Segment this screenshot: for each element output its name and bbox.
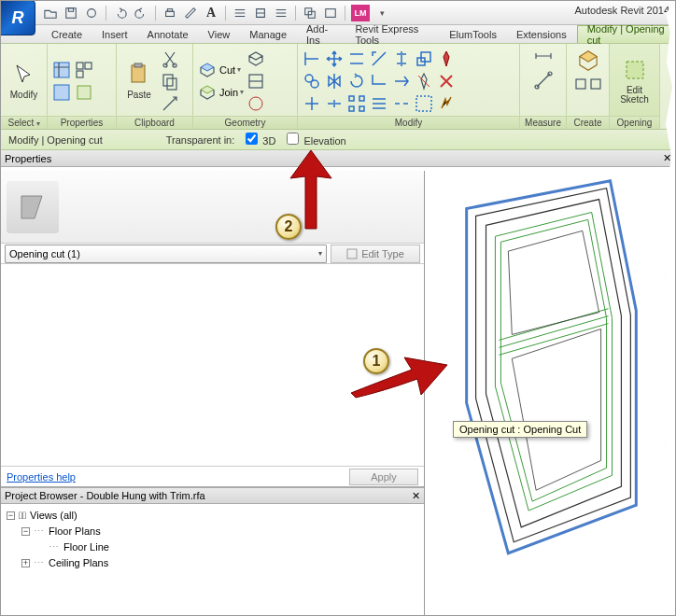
section-icon[interactable]: [252, 5, 269, 21]
3d-viewport[interactable]: Opening cut : Opening Cut: [425, 171, 675, 615]
svg-rect-3: [166, 11, 175, 16]
type-selector[interactable]: Opening cut (1): [5, 245, 327, 263]
paste-button[interactable]: Paste: [120, 60, 158, 102]
qat-dropdown-icon[interactable]: ▾: [373, 5, 390, 21]
tab-annotate[interactable]: Annotate: [138, 25, 199, 43]
svg-rect-30: [416, 96, 431, 111]
svg-rect-0: [66, 7, 77, 18]
project-browser-close-icon[interactable]: ✕: [412, 490, 420, 502]
redo-icon[interactable]: [133, 5, 149, 21]
group-icon[interactable]: [414, 93, 434, 114]
measure-icon[interactable]: [182, 5, 199, 21]
panel-select[interactable]: Select: [1, 116, 47, 129]
create-group-icon[interactable]: [589, 77, 602, 91]
svg-point-2: [88, 8, 96, 17]
void-cut-icon[interactable]: [246, 49, 266, 69]
checkbox-3d[interactable]: 3D: [242, 133, 275, 147]
apply-button[interactable]: Apply: [349, 469, 418, 485]
transparent-in-label: Transparent in:: [166, 134, 235, 146]
type-properties-button[interactable]: [51, 82, 72, 103]
open-icon[interactable]: [42, 5, 59, 21]
copy-clipboard-icon[interactable]: [160, 71, 180, 91]
edit-sketch-button[interactable]: Edit Sketch: [616, 55, 654, 106]
split-icon[interactable]: [324, 93, 345, 114]
copy-icon[interactable]: [302, 71, 322, 91]
svg-rect-12: [77, 71, 83, 77]
align-icon[interactable]: [302, 49, 322, 69]
panel-create: Create: [567, 116, 609, 129]
tab-manage[interactable]: Manage: [240, 25, 297, 43]
thinlines-icon[interactable]: [273, 5, 289, 21]
svg-rect-27: [359, 106, 364, 111]
panel-measure: Measure: [520, 116, 566, 129]
cut-geometry-button[interactable]: Cut▾: [197, 60, 244, 80]
tab-create[interactable]: Create: [42, 25, 92, 43]
properties-close-icon[interactable]: ✕: [663, 152, 671, 164]
trim-extend-icon[interactable]: [302, 93, 322, 114]
trim-corner-icon[interactable]: [369, 71, 389, 91]
svg-rect-18: [163, 75, 173, 86]
create-similar-icon[interactable]: [573, 46, 603, 76]
tab-elumtools[interactable]: ElumTools: [440, 25, 507, 43]
mirror-draw-icon[interactable]: [391, 49, 412, 69]
pin-icon[interactable]: [436, 49, 457, 69]
tab-revit-express[interactable]: Revit Express Tools: [345, 25, 440, 43]
modify-tool[interactable]: Modify: [6, 60, 43, 102]
edit-type-button[interactable]: Edit Type: [331, 245, 420, 263]
panel-properties: Properties: [48, 116, 116, 129]
level-icon[interactable]: [232, 5, 248, 21]
switch-windows-icon[interactable]: [322, 5, 339, 21]
print-icon[interactable]: [162, 5, 178, 21]
tab-insert[interactable]: Insert: [92, 25, 138, 43]
svg-rect-33: [576, 79, 585, 89]
tab-modify-opening-cut[interactable]: Modify | Opening cut: [577, 25, 675, 43]
svg-rect-15: [134, 63, 142, 67]
svg-point-23: [311, 80, 318, 88]
array-icon[interactable]: [346, 93, 367, 114]
svg-rect-14: [132, 65, 145, 82]
app-menu-button[interactable]: R: [0, 0, 35, 35]
save-icon[interactable]: [63, 5, 79, 21]
extend-multiple-icon[interactable]: [369, 93, 389, 114]
unpin-icon[interactable]: [414, 71, 434, 91]
svg-point-21: [249, 97, 262, 110]
trim-single-icon[interactable]: [391, 71, 412, 91]
family-types-button[interactable]: [74, 60, 94, 80]
lm-icon[interactable]: LM: [351, 5, 370, 21]
mirror-pick-icon[interactable]: [369, 49, 389, 69]
panel-clipboard: Clipboard: [117, 116, 192, 129]
close-views-icon[interactable]: [302, 5, 318, 21]
checkbox-elevation[interactable]: Elevation: [283, 133, 345, 147]
properties-button[interactable]: [51, 60, 72, 80]
family-category-button[interactable]: [74, 82, 94, 103]
scale-icon[interactable]: [414, 49, 434, 69]
aligned-dimension-icon[interactable]: [533, 46, 554, 66]
split-face-icon[interactable]: [246, 71, 266, 91]
join-geometry-button[interactable]: Join▾: [197, 82, 244, 103]
svg-rect-29: [421, 52, 430, 62]
callout-2: 2: [275, 214, 302, 240]
offset-icon[interactable]: [346, 49, 367, 69]
demolish-icon[interactable]: [436, 93, 457, 114]
rotate-icon[interactable]: [346, 71, 367, 91]
mirror-axis-icon[interactable]: [324, 71, 345, 91]
svg-rect-34: [591, 79, 600, 89]
load-family-icon[interactable]: [574, 77, 587, 91]
properties-help-link[interactable]: Properties help: [7, 471, 76, 483]
split-gap-icon[interactable]: [391, 93, 412, 114]
project-browser-tree[interactable]: −�⃝Views (all) −⋯Floor Plans ⋯Floor Line…: [1, 504, 424, 615]
panel-modify: Modify: [298, 116, 519, 129]
tab-extensions[interactable]: Extensions: [507, 25, 577, 43]
text-icon[interactable]: A: [203, 5, 219, 21]
measure-between-icon[interactable]: [533, 70, 554, 91]
sync-icon[interactable]: [83, 5, 100, 21]
svg-rect-1: [68, 7, 73, 11]
tab-addins[interactable]: Add-Ins: [297, 25, 345, 43]
match-type-icon[interactable]: [160, 93, 180, 114]
cut-clipboard-icon[interactable]: [160, 49, 180, 69]
paint-icon[interactable]: [246, 93, 266, 114]
move-icon[interactable]: [324, 49, 345, 69]
tab-view[interactable]: View: [199, 25, 241, 43]
delete-icon[interactable]: [436, 71, 457, 91]
undo-icon[interactable]: [112, 5, 129, 21]
